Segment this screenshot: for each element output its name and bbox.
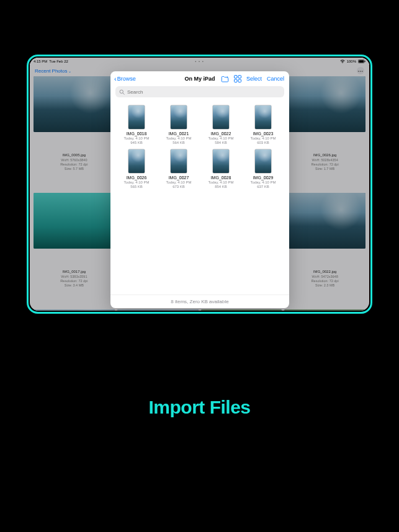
file-thumbnail (128, 105, 145, 130)
file-thumbnail (212, 105, 230, 130)
file-size: 854 KB (215, 185, 227, 189)
browse-label: Browse (117, 76, 136, 82)
file-name: IMG_0023 (253, 131, 274, 136)
file-item[interactable]: IMG_0029 Today, 4:10 PM 637 KB (243, 149, 283, 189)
file-time: Today, 4:10 PM (123, 180, 149, 185)
file-thumbnail (254, 149, 272, 174)
file-size: 565 KB (130, 185, 143, 189)
picker-title: On My iPad (184, 76, 215, 82)
select-button[interactable]: Select (246, 76, 262, 82)
svg-line-9 (123, 93, 124, 94)
file-thumbnail (128, 149, 145, 174)
svg-rect-6 (234, 79, 237, 82)
file-name: IMG_0022 (211, 131, 231, 136)
chevron-left-icon: ‹ (114, 76, 117, 82)
picker-body[interactable]: IMG_0018 Today, 4:10 PM 945 KB IMG_0021 … (110, 101, 289, 295)
file-item[interactable]: IMG_0023 Today, 4:10 PM 603 KB (243, 105, 283, 145)
file-name: IMG_0021 (169, 131, 189, 136)
search-container (110, 86, 289, 101)
footer-status: 8 items, Zero KB available (171, 299, 228, 304)
ipad-screen: 4:15 PM Tue Feb 22 • • • 100% Recent Pho… (30, 58, 369, 311)
new-folder-button[interactable] (221, 76, 229, 82)
file-thumbnail (170, 105, 187, 130)
file-item[interactable]: IMG_0021 Today, 4:10 PM 564 KB (159, 105, 199, 145)
svg-rect-5 (238, 76, 241, 79)
browse-back-button[interactable]: ‹ Browse (110, 76, 136, 82)
file-thumbnail (254, 105, 272, 130)
file-time: Today, 4:10 PM (166, 136, 191, 141)
file-size: 564 KB (173, 141, 185, 145)
ipad-device-frame: 4:15 PM Tue Feb 22 • • • 100% Recent Pho… (27, 55, 372, 314)
file-grid: IMG_0018 Today, 4:10 PM 945 KB IMG_0021 … (117, 105, 283, 189)
file-thumbnail (170, 149, 187, 174)
svg-point-8 (120, 90, 123, 93)
file-item[interactable]: IMG_0027 Today, 4:10 PM 673 KB (159, 149, 199, 189)
search-input[interactable] (127, 89, 280, 95)
file-item[interactable]: IMG_0022 Today, 4:10 PM 584 KB (201, 105, 241, 145)
file-name: IMG_0026 (127, 175, 147, 180)
file-size: 673 KB (173, 185, 185, 189)
marketing-caption: Import Files (0, 397, 399, 418)
svg-rect-4 (234, 76, 237, 79)
file-time: Today, 4:10 PM (250, 180, 276, 185)
file-time: Today, 4:10 PM (250, 136, 276, 141)
file-picker-modal: ‹ Browse On My iPad Select Cancel (110, 71, 289, 308)
file-time: Today, 4:10 PM (208, 180, 233, 185)
picker-header: ‹ Browse On My iPad Select Cancel (110, 71, 289, 86)
file-time: Today, 4:10 PM (166, 180, 191, 185)
picker-footer: 8 items, Zero KB available (110, 295, 289, 308)
file-item[interactable]: IMG_0028 Today, 4:10 PM 854 KB (201, 149, 241, 189)
file-size: 945 KB (130, 141, 143, 145)
file-name: IMG_0027 (169, 175, 189, 180)
file-size: 584 KB (215, 141, 227, 145)
file-name: IMG_0018 (127, 131, 147, 136)
file-time: Today, 4:10 PM (123, 136, 149, 141)
search-field[interactable] (115, 86, 284, 97)
file-thumbnail (212, 149, 230, 174)
view-options-button[interactable] (234, 75, 241, 82)
search-icon (119, 86, 125, 97)
file-size: 637 KB (257, 185, 269, 189)
file-size: 603 KB (257, 141, 269, 145)
file-name: IMG_0028 (211, 175, 231, 180)
file-name: IMG_0029 (253, 175, 274, 180)
svg-rect-7 (238, 79, 241, 82)
file-item[interactable]: IMG_0026 Today, 4:10 PM 565 KB (117, 149, 156, 189)
cancel-button[interactable]: Cancel (267, 76, 284, 82)
file-time: Today, 4:10 PM (208, 136, 233, 141)
file-item[interactable]: IMG_0018 Today, 4:10 PM 945 KB (117, 105, 156, 145)
